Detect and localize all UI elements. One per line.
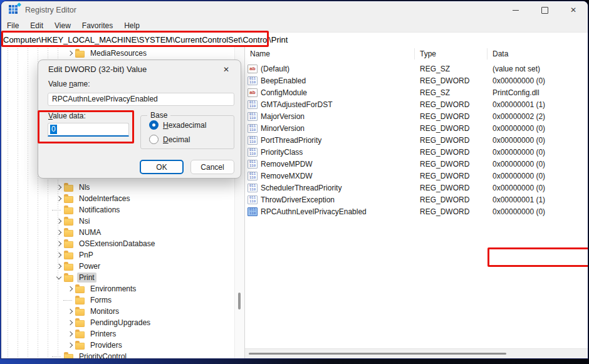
value-type: REG_DWORD [415,207,487,216]
value-data: 0x00000000 (0) [487,148,588,157]
values-horizontal-scrollbar[interactable] [245,348,588,358]
chevron-right-icon[interactable] [55,249,63,261]
tree-item-environments[interactable]: Environments [66,283,138,294]
value-row-schedulerthreadpriority[interactable]: 011110SchedulerThreadPriorityREG_DWORD0x… [245,182,588,194]
folder-icon [75,343,85,350]
tree-item-pnp[interactable]: PnP [55,249,95,261]
menu-view[interactable]: View [49,20,76,31]
tree-item-label: PnP [77,250,95,260]
close-icon[interactable]: ✕ [559,1,588,19]
value-type: REG_DWORD [415,172,487,180]
tree-item-osextensiondatabase[interactable]: OSExtensionDatabase [55,238,157,249]
chevron-right-icon[interactable] [66,48,74,59]
folder-icon [75,51,85,58]
chevron-right-icon[interactable] [55,238,63,249]
chevron-right-icon[interactable] [55,182,63,193]
scrollbar-thumb[interactable] [238,293,241,309]
value-row-removemxdw[interactable]: 011110RemoveMXDWREG_DWORD0x00000000 (0) [245,170,588,182]
address-path: Computer\HKEY_LOCAL_MACHINE\SYSTEM\Curre… [3,35,288,44]
value-row-priorityclass[interactable]: 011110PriorityClassREG_DWORD0x00000000 (… [245,146,588,158]
tree-item-power[interactable]: Power [55,261,102,272]
tree-item-providers[interactable]: Providers [66,340,124,351]
chevron-right-icon[interactable] [66,317,74,328]
tree-item-nls[interactable]: Nls [55,182,91,193]
tree-item-monitors[interactable]: Monitors [66,306,121,317]
dword-value-icon: 011110 [248,195,258,204]
tree-item-numa[interactable]: NUMA [55,227,103,238]
tree-item-prioritycontrol[interactable]: PriorityControl [55,351,128,358]
tree-item-printers[interactable]: Printers [66,328,118,340]
value-data: 0x00000000 (0) [487,172,588,180]
column-header-name[interactable]: Name [245,48,415,60]
folder-icon [75,331,85,338]
tree-item-label: MediaResources [88,48,149,58]
chevron-down-icon[interactable] [55,272,63,283]
column-header-data[interactable]: Data [487,48,588,60]
column-header-type[interactable]: Type [415,48,487,60]
cancel-button[interactable]: Cancel [190,160,234,174]
dialog-title: Edit DWORD (32-bit) Value [48,65,147,74]
value-row-minorversion[interactable]: 011110MinorVersionREG_DWORD0x00000000 (0… [245,122,588,134]
address-bar[interactable]: Computer\HKEY_LOCAL_MACHINE\SYSTEM\Curre… [1,32,588,46]
tree-item-print[interactable]: Print [55,272,96,283]
tree-item-forms[interactable]: Forms [66,294,113,306]
radio-decimal[interactable]: Decimal [149,135,190,144]
value-data: 0x00000000 (0) [487,124,588,133]
tree-item-notifications[interactable]: Notifications [55,204,122,216]
chevron-right-icon[interactable] [66,283,74,294]
value-row-rpcauthnlevelprivacyenabled[interactable]: 011110RPCAuthnLevelPrivacyEnabledREG_DWO… [245,205,588,217]
base-group-label: Base [147,111,170,120]
chevron-right-icon[interactable] [55,216,63,227]
value-row-configmodule[interactable]: abConfigModuleREG_SZPrintConfig.dll [245,86,588,98]
radio-hexadecimal[interactable]: Hexadecimal [149,120,206,130]
chevron-right-icon[interactable] [66,340,74,351]
maximize-icon[interactable] [530,1,559,19]
folder-icon [64,252,73,259]
chevron-right-icon[interactable] [55,261,63,272]
tree-item-label: Notifications [77,205,122,215]
value-row-beepenabled[interactable]: 011110BeepEnabledREG_DWORD0x00000000 (0) [245,75,588,86]
chevron-right-icon[interactable] [66,306,74,317]
tree-connector [66,294,74,306]
tree-item-pendingupgrades[interactable]: PendingUpgrades [66,317,152,328]
value-name: GMTAdjustedForDST [261,100,332,109]
chevron-right-icon[interactable] [66,328,74,340]
folder-icon [75,286,85,293]
value-data: 0x00000000 (0) [487,136,588,145]
tree-item-label: Nls [77,182,91,192]
value-data-input[interactable]: 0 [48,123,129,137]
tree-item-nodeinterfaces[interactable]: NodeInterfaces [55,193,132,204]
chevron-right-icon[interactable] [55,193,63,204]
tree-item-label: NodeInterfaces [77,194,132,204]
value-type: REG_DWORD [415,124,487,133]
tree-item-nsi[interactable]: Nsi [55,216,91,227]
string-value-icon: ab [248,65,258,73]
minimize-icon[interactable] [501,1,530,19]
value-name-field[interactable]: RPCAuthnLevelPrivacyEnabled [48,93,234,106]
menu-edit[interactable]: Edit [24,20,49,31]
menu-help[interactable]: Help [118,20,145,31]
chevron-right-icon[interactable] [55,227,63,238]
scrollbar-thumb[interactable] [249,353,506,355]
value-data: 0x00000000 (0) [487,207,588,216]
value-row-removempdw[interactable]: 011110RemoveMPDWREG_DWORD0x00000000 (0) [245,158,588,170]
folder-icon [64,207,73,214]
radio-dec-label: Decimal [163,135,190,144]
dword-value-icon: 011110 [248,124,258,133]
tree-item-label: Monitors [88,306,121,316]
value-row-majorversion[interactable]: 011110MajorVersionREG_DWORD0x00000002 (2… [245,110,588,122]
dialog-close-icon[interactable]: ✕ [218,63,234,76]
value-row-throwdriverexception[interactable]: 011110ThrowDriverExceptionREG_DWORD0x000… [245,194,588,205]
menu-file[interactable]: File [1,20,24,31]
value-name: RemoveMPDW [261,160,313,169]
value-name: (Default) [261,65,289,73]
radio-hex-label: Hexadecimal [163,121,206,130]
tree-item-mediaresources[interactable]: MediaResources [66,48,149,59]
value-type: REG_DWORD [415,112,487,121]
value-row-default[interactable]: ab(Default)REG_SZ(value not set) [245,63,588,75]
value-data: 0x00000001 (1) [487,195,588,204]
menu-favorites[interactable]: Favorites [76,20,118,31]
ok-button[interactable]: OK [140,160,184,174]
value-row-gmtadjustedfordst[interactable]: 011110GMTAdjustedForDSTREG_DWORD0x000000… [245,98,588,110]
value-row-portthreadpriority[interactable]: 011110PortThreadPriorityREG_DWORD0x00000… [245,134,588,146]
